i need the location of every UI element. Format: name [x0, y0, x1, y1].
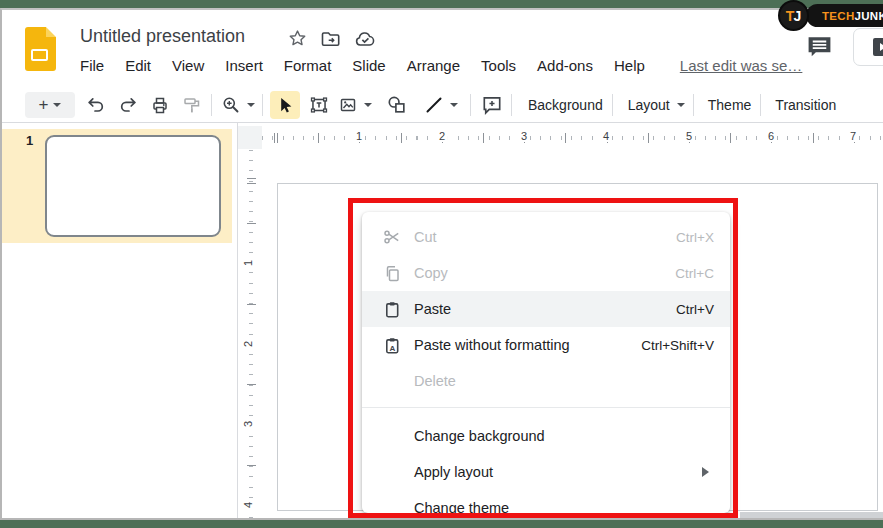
toolbar-divider	[612, 94, 613, 116]
ruler-number: 2	[240, 341, 256, 347]
ruler-number: 2	[436, 130, 448, 142]
toolbar-divider	[511, 94, 512, 116]
last-edit-status[interactable]: Last edit was se…	[680, 57, 803, 74]
menu-arrange[interactable]: Arrange	[407, 57, 460, 74]
slide-thumbnail[interactable]	[45, 135, 221, 237]
ruler-ticks	[247, 150, 256, 518]
menu-edit[interactable]: Edit	[125, 57, 151, 74]
context-item-copy: Copy Ctrl+C	[362, 255, 730, 291]
insert-line-button[interactable]	[424, 95, 458, 115]
context-item-change-theme[interactable]: Change theme	[362, 490, 730, 513]
toolbar-divider	[262, 94, 263, 116]
context-item-label: Paste without formatting	[414, 337, 570, 353]
background-button[interactable]: Background	[519, 97, 612, 113]
ruler-number: 5	[683, 130, 695, 142]
toolbar-divider	[211, 94, 212, 116]
canvas-scrollbar[interactable]	[740, 512, 883, 519]
context-item-label: Cut	[414, 229, 437, 245]
present-icon	[873, 38, 883, 56]
context-menu: Cut Ctrl+X Copy Ctrl+C Paste Ctrl+V A Pa…	[362, 212, 730, 513]
plus-icon: +	[39, 96, 49, 113]
context-item-label: Delete	[414, 373, 456, 389]
menu-tools[interactable]: Tools	[481, 57, 516, 74]
ruler-number: 4	[600, 130, 612, 142]
zoom-button[interactable]	[221, 95, 255, 115]
move-folder-icon[interactable]	[320, 30, 341, 48]
menu-help[interactable]: Help	[614, 57, 645, 74]
menu-addons[interactable]: Add-ons	[537, 57, 593, 74]
paint-format-icon[interactable]	[182, 95, 202, 115]
print-button[interactable]	[150, 95, 170, 115]
ruler-number: 4	[240, 502, 256, 508]
techjunkie-banner: TECHJUNKIE	[806, 4, 883, 27]
context-item-shortcut: Ctrl+V	[676, 302, 714, 317]
text-box-button[interactable]	[308, 94, 330, 116]
context-item-label: Change background	[414, 428, 545, 444]
comments-icon[interactable]	[806, 35, 833, 59]
context-item-shortcut: Ctrl+X	[676, 230, 714, 245]
context-item-label: Paste	[414, 301, 451, 317]
ruler-number: 1	[353, 130, 365, 142]
menu-format[interactable]: Format	[284, 57, 332, 74]
context-menu-divider	[362, 407, 730, 408]
context-item-shortcut: Ctrl+Shift+V	[641, 338, 714, 353]
slide-number: 1	[26, 133, 33, 148]
chevron-down-icon[interactable]	[364, 103, 372, 111]
ruler-number: 7	[847, 130, 859, 142]
brand-junkie-text: JUNKIE	[855, 10, 883, 22]
ruler-corner	[238, 126, 262, 149]
theme-button[interactable]: Theme	[699, 97, 761, 113]
context-item-label: Change theme	[414, 500, 509, 513]
redo-button[interactable]	[118, 95, 138, 115]
ruler-number: 6	[765, 130, 777, 142]
menu-file[interactable]: File	[80, 57, 104, 74]
slides-app-icon[interactable]	[25, 27, 56, 71]
select-tool-button[interactable]	[270, 91, 300, 119]
transition-button[interactable]: Transition	[766, 97, 845, 113]
horizontal-ruler: 1 2 3 4 5 6 7	[262, 126, 883, 149]
document-title[interactable]: Untitled presentation	[80, 26, 245, 47]
chevron-down-icon[interactable]	[53, 103, 61, 111]
context-item-label: Copy	[414, 265, 448, 281]
frame-strip-bottom	[0, 520, 883, 528]
toolbar-divider	[760, 94, 761, 116]
toolbar-divider	[470, 94, 471, 116]
toolbar-divider	[693, 94, 694, 116]
undo-button[interactable]	[86, 95, 106, 115]
menu-view[interactable]: View	[172, 57, 204, 74]
context-item-paste-without-formatting[interactable]: A Paste without formatting Ctrl+Shift+V	[362, 327, 730, 363]
layout-button[interactable]: Layout	[619, 97, 685, 113]
vertical-ruler: 1 2 3 4	[240, 150, 262, 518]
ruler-number: 3	[240, 421, 256, 427]
context-item-delete: Delete	[362, 363, 730, 399]
new-slide-button[interactable]: +	[25, 92, 75, 118]
toolbar: + Background Layout	[2, 88, 883, 123]
context-item-shortcut: Ctrl+C	[675, 266, 714, 281]
menu-insert[interactable]: Insert	[225, 57, 263, 74]
submenu-arrow-icon	[702, 467, 714, 477]
context-item-change-background[interactable]: Change background	[362, 418, 730, 454]
insert-image-button[interactable]	[338, 95, 372, 115]
cloud-saved-icon[interactable]	[354, 30, 377, 47]
clipboard-letter-icon: A	[382, 335, 402, 355]
layout-label: Layout	[619, 97, 679, 113]
title-action-icons	[288, 29, 377, 48]
chevron-down-icon[interactable]	[450, 103, 458, 111]
insert-comment-button[interactable]	[481, 94, 503, 116]
chevron-down-icon[interactable]	[247, 103, 255, 111]
chevron-down-icon	[677, 103, 685, 111]
scissors-icon	[382, 227, 402, 247]
ruler-number: 1	[240, 260, 256, 266]
frame-strip-top	[0, 0, 883, 8]
context-item-apply-layout[interactable]: Apply layout	[362, 454, 730, 490]
clipboard-icon	[382, 299, 402, 319]
menu-slide[interactable]: Slide	[352, 57, 385, 74]
star-icon[interactable]	[288, 29, 307, 48]
present-button[interactable]	[853, 28, 883, 66]
ruler-number: 3	[518, 130, 530, 142]
brand-monogram-j: J	[793, 8, 801, 24]
context-item-paste[interactable]: Paste Ctrl+V	[362, 291, 730, 327]
menu-bar: File Edit View Insert Format Slide Arran…	[80, 57, 802, 74]
panel-divider	[237, 123, 238, 519]
insert-shape-button[interactable]	[386, 94, 408, 116]
